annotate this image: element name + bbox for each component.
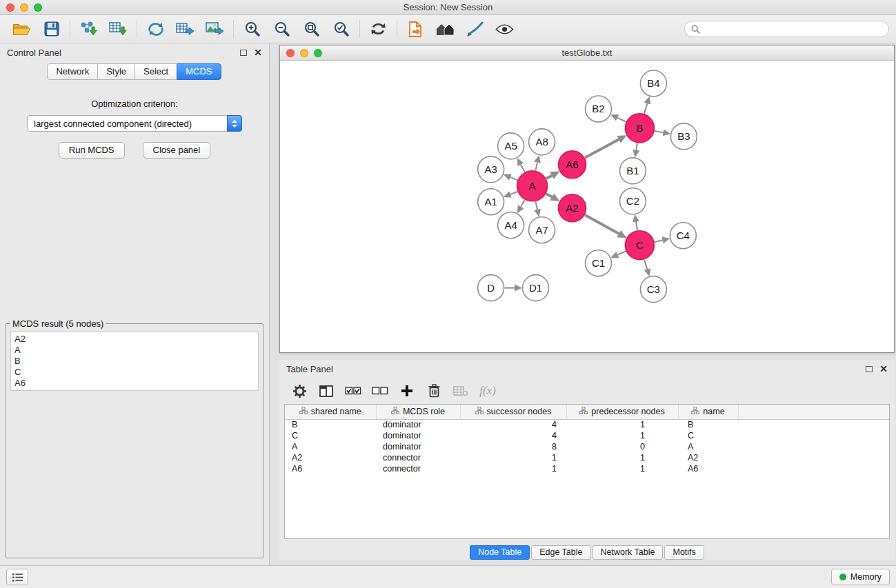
zoom-network-button[interactable] bbox=[314, 49, 322, 57]
show-columns-button[interactable] bbox=[316, 381, 337, 401]
cell-name[interactable]: C bbox=[678, 430, 738, 441]
cell-successor_nodes[interactable]: 4 bbox=[460, 419, 566, 430]
network-node-C4[interactable]: C4 bbox=[670, 223, 696, 249]
network-node-C2[interactable]: C2 bbox=[619, 188, 646, 214]
table-row[interactable]: Adominator80A bbox=[285, 441, 889, 452]
table-row[interactable]: A6connector11A6 bbox=[285, 463, 889, 474]
cell-mcds_role[interactable]: connector bbox=[376, 463, 460, 474]
network-canvas[interactable]: B4B2BB3A5A8A6B1A3AA1C2A2A4A7C4C1CC3DD1 bbox=[280, 61, 894, 352]
column-header-successor-nodes[interactable]: successor nodes bbox=[460, 405, 566, 419]
show-hide-button[interactable] bbox=[490, 18, 519, 40]
column-header-shared-name[interactable]: shared name bbox=[285, 405, 376, 419]
cell-predecessor_nodes[interactable]: 1 bbox=[566, 430, 678, 441]
table-row[interactable]: Cdominator41C bbox=[285, 430, 889, 441]
network-edge-B-B1[interactable] bbox=[636, 143, 637, 151]
network-node-A3[interactable]: A3 bbox=[478, 156, 504, 183]
network-node-A8[interactable]: A8 bbox=[529, 129, 555, 155]
style-brush-button[interactable] bbox=[460, 18, 490, 40]
cell-successor_nodes[interactable]: 1 bbox=[460, 452, 566, 463]
export-network-button[interactable] bbox=[141, 18, 170, 40]
network-edge-B-B3[interactable] bbox=[655, 131, 664, 132]
result-item[interactable]: A6 bbox=[14, 378, 255, 389]
network-edge-A-A3[interactable] bbox=[510, 177, 518, 180]
network-edge-A-A1[interactable] bbox=[510, 192, 517, 194]
network-edge-A-A5[interactable] bbox=[521, 164, 525, 172]
column-header-MCDS-role[interactable]: MCDS role bbox=[376, 405, 460, 419]
network-node-D[interactable]: D bbox=[478, 275, 504, 301]
tab-mcds[interactable]: MCDS bbox=[177, 63, 221, 80]
network-edge-A6-B[interactable] bbox=[585, 139, 619, 158]
cell-shared_name[interactable]: A2 bbox=[285, 452, 376, 463]
close-table-panel-icon[interactable]: ✕ bbox=[879, 365, 888, 372]
network-edge-C-C4[interactable] bbox=[655, 240, 663, 242]
cell-shared_name[interactable]: A bbox=[285, 441, 376, 452]
network-edge-B-B2[interactable] bbox=[617, 118, 626, 122]
run-mcds-button[interactable]: Run MCDS bbox=[59, 142, 125, 159]
tab-motifs[interactable]: Motifs bbox=[664, 545, 704, 560]
tab-edge-table[interactable]: Edge Table bbox=[531, 545, 590, 560]
table-row[interactable]: A2connector11A2 bbox=[285, 452, 889, 463]
network-node-B2[interactable]: B2 bbox=[586, 96, 612, 122]
cell-predecessor_nodes[interactable]: 1 bbox=[566, 463, 678, 474]
result-item[interactable]: C bbox=[14, 367, 255, 378]
search-input[interactable] bbox=[704, 24, 882, 34]
cell-predecessor_nodes[interactable]: 0 bbox=[566, 441, 678, 452]
network-node-B3[interactable]: B3 bbox=[670, 123, 697, 150]
tab-select[interactable]: Select bbox=[135, 63, 177, 80]
network-node-B4[interactable]: B4 bbox=[640, 70, 666, 97]
optimization-dropdown[interactable]: largest connected component (directed) bbox=[27, 115, 242, 132]
import-table-button[interactable] bbox=[103, 18, 133, 40]
zoom-fit-button[interactable] bbox=[297, 18, 326, 40]
save-session-button[interactable] bbox=[37, 18, 66, 40]
tab-node-table[interactable]: Node Table bbox=[470, 545, 530, 560]
add-column-button[interactable] bbox=[397, 381, 417, 401]
minimize-window-button[interactable] bbox=[20, 3, 28, 12]
network-node-A5[interactable]: A5 bbox=[498, 133, 524, 159]
network-node-A6[interactable]: A6 bbox=[559, 151, 586, 179]
deselect-all-button[interactable] bbox=[370, 381, 390, 401]
mcds-result-list[interactable]: A2ABCA6 bbox=[10, 332, 259, 391]
column-header-name[interactable]: name bbox=[678, 405, 738, 419]
tab-network-table[interactable]: Network Table bbox=[593, 545, 664, 560]
cell-shared_name[interactable]: B bbox=[285, 419, 376, 430]
delete-column-button[interactable] bbox=[424, 381, 444, 401]
network-edge-A-A7[interactable] bbox=[535, 201, 537, 210]
tab-style[interactable]: Style bbox=[97, 63, 135, 80]
network-node-A4[interactable]: A4 bbox=[498, 212, 524, 239]
cell-predecessor_nodes[interactable]: 1 bbox=[566, 452, 678, 463]
cell-mcds_role[interactable]: dominator bbox=[376, 430, 460, 441]
network-node-C[interactable]: C bbox=[625, 231, 654, 260]
home-button[interactable] bbox=[430, 18, 460, 40]
network-node-C1[interactable]: C1 bbox=[586, 250, 612, 276]
node-table-container[interactable]: shared nameMCDS rolesuccessor nodesprede… bbox=[284, 404, 890, 539]
network-node-B[interactable]: B bbox=[625, 114, 654, 143]
zoom-in-button[interactable] bbox=[237, 18, 267, 40]
cell-mcds_role[interactable]: connector bbox=[376, 452, 460, 463]
network-node-A[interactable]: A bbox=[517, 171, 548, 201]
network-edge-A-A8[interactable] bbox=[535, 162, 537, 170]
result-item[interactable]: A2 bbox=[14, 334, 255, 345]
cell-successor_nodes[interactable]: 8 bbox=[460, 441, 566, 452]
close-panel-button[interactable]: Close panel bbox=[143, 142, 211, 159]
new-document-button[interactable] bbox=[401, 18, 430, 40]
table-settings-button[interactable] bbox=[289, 381, 310, 401]
network-node-A7[interactable]: A7 bbox=[529, 217, 555, 243]
close-window-button[interactable] bbox=[6, 3, 14, 12]
search-box[interactable] bbox=[684, 21, 889, 37]
close-panel-icon[interactable]: ✕ bbox=[254, 49, 262, 56]
cell-shared_name[interactable]: C bbox=[285, 430, 376, 441]
cell-mcds_role[interactable]: dominator bbox=[376, 419, 460, 430]
cell-name[interactable]: A2 bbox=[678, 452, 738, 463]
cell-predecessor_nodes[interactable]: 1 bbox=[566, 419, 678, 430]
close-network-button[interactable] bbox=[286, 49, 295, 57]
cell-successor_nodes[interactable]: 4 bbox=[460, 430, 566, 441]
network-edge-C-C1[interactable] bbox=[617, 251, 626, 254]
refresh-button[interactable] bbox=[364, 18, 393, 40]
network-edge-C-C2[interactable] bbox=[636, 221, 637, 230]
import-network-button[interactable] bbox=[74, 18, 103, 40]
select-all-button[interactable] bbox=[343, 381, 364, 401]
memory-button[interactable]: Memory bbox=[831, 569, 890, 585]
table-row[interactable]: Bdominator41B bbox=[285, 419, 889, 430]
function-builder-button[interactable]: f(x) bbox=[477, 381, 498, 401]
network-edge-A-A6[interactable] bbox=[546, 175, 552, 179]
